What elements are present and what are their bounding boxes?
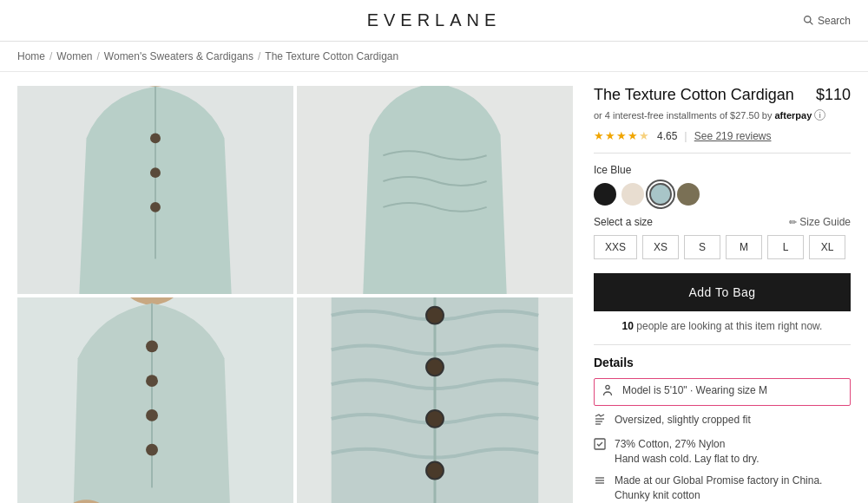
svg-point-23: [426, 410, 444, 428]
product-title: The Texture Cotton Cardigan: [594, 86, 794, 104]
breadcrumb-sep-2: /: [97, 50, 100, 62]
detail-model-info: Model is 5'10" · Wearing size M: [594, 378, 851, 406]
afterpay-brand: afterpay: [774, 110, 812, 121]
breadcrumb-category[interactable]: Women's Sweaters & Cardigans: [104, 50, 253, 62]
size-xxs[interactable]: XXS: [594, 235, 637, 259]
svg-point-14: [146, 375, 158, 387]
main-content: The Texture Cotton Cardigan $110 or 4 in…: [0, 72, 868, 503]
size-s[interactable]: S: [684, 235, 720, 259]
viewers-count: 10: [622, 320, 634, 332]
size-header: Select a size ✏ Size Guide: [594, 216, 851, 228]
product-image-grid: [17, 86, 573, 503]
breadcrumb-home[interactable]: Home: [17, 50, 45, 62]
detail-fit: Oversized, slightly cropped fit: [594, 413, 851, 430]
svg-point-6: [150, 167, 161, 178]
product-image-2: [297, 86, 573, 294]
svg-point-15: [146, 409, 158, 421]
details-title: Details: [594, 356, 851, 369]
fit-icon: [594, 414, 608, 430]
color-swatches: [594, 183, 851, 206]
factory-text: Made at our Global Promise factory in Ch…: [615, 474, 822, 503]
svg-point-0: [805, 16, 811, 23]
size-options: XXS XS S M L XL: [594, 235, 851, 259]
rating-separator: |: [684, 129, 687, 142]
breadcrumb-sep-1: /: [49, 50, 52, 62]
afterpay-info-icon[interactable]: i: [814, 109, 825, 121]
product-image-1: [17, 86, 293, 294]
size-xs[interactable]: XS: [642, 235, 679, 259]
viewers-notice: 10 people are looking at this item right…: [594, 320, 851, 332]
details-section: Details Model is 5'10" · Wearing size M: [594, 344, 851, 503]
size-guide-link[interactable]: ✏ Size Guide: [789, 216, 851, 228]
size-guide-label: Size Guide: [799, 216, 851, 228]
search-button[interactable]: Search: [803, 15, 851, 27]
breadcrumb-sep-3: /: [258, 50, 260, 62]
svg-line-1: [810, 22, 812, 24]
size-xl[interactable]: XL: [809, 235, 845, 259]
svg-point-22: [426, 358, 444, 376]
svg-rect-29: [595, 439, 605, 449]
detail-factory: Made at our Global Promise factory in Ch…: [594, 474, 851, 503]
afterpay-text: or 4 interest-free installments of $27.5…: [594, 110, 772, 121]
product-image-3: [17, 297, 293, 503]
reviews-link[interactable]: See 219 reviews: [694, 130, 772, 142]
svg-point-7: [150, 202, 161, 212]
svg-point-16: [146, 444, 158, 456]
color-swatch-olive[interactable]: [677, 183, 700, 206]
breadcrumb: Home / Women / Women's Sweaters & Cardig…: [0, 42, 868, 72]
model-info-text: Model is 5'10" · Wearing size M: [622, 383, 767, 398]
size-m[interactable]: M: [726, 235, 762, 259]
product-detail-panel: The Texture Cotton Cardigan $110 or 4 in…: [573, 72, 851, 503]
size-l[interactable]: L: [767, 235, 804, 259]
svg-point-24: [426, 462, 444, 480]
svg-point-21: [426, 307, 444, 324]
search-label: Search: [818, 15, 851, 27]
breadcrumb-current: The Texture Cotton Cardigan: [265, 50, 398, 62]
size-label: Select a size: [594, 216, 653, 228]
color-swatch-ice-blue[interactable]: [649, 183, 672, 206]
material-text: 73% Cotton, 27% NylonHand wash cold. Lay…: [615, 437, 760, 467]
afterpay-line: or 4 interest-free installments of $27.5…: [594, 109, 851, 121]
rating-line: ★★★★★ 4.65 | See 219 reviews: [594, 129, 851, 154]
product-header: The Texture Cotton Cardigan $110: [594, 86, 851, 104]
viewers-text: people are looking at this item right no…: [636, 320, 822, 332]
breadcrumb-women[interactable]: Women: [56, 50, 92, 62]
factory-icon: [594, 474, 608, 491]
detail-material: 73% Cotton, 27% NylonHand wash cold. Lay…: [594, 437, 851, 467]
product-price: $110: [816, 86, 851, 104]
svg-point-13: [146, 340, 158, 352]
ruler-icon: ✏: [789, 217, 797, 228]
star-rating: ★★★★★: [594, 129, 650, 142]
material-icon: [594, 438, 608, 454]
product-image-4: [297, 297, 573, 503]
site-logo: EVERLANE: [367, 10, 502, 30]
color-label: Ice Blue: [594, 164, 851, 176]
rating-score: 4.65: [657, 130, 677, 142]
person-icon: [602, 384, 615, 401]
fit-text: Oversized, slightly cropped fit: [615, 413, 751, 428]
color-swatch-cream[interactable]: [621, 183, 644, 206]
add-to-bag-button[interactable]: Add To Bag: [594, 273, 851, 311]
svg-point-5: [150, 133, 161, 143]
color-section: Ice Blue: [594, 164, 851, 206]
color-swatch-black[interactable]: [594, 183, 616, 206]
svg-point-25: [606, 385, 609, 389]
size-section: Select a size ✏ Size Guide XXS XS S M L …: [594, 216, 851, 259]
site-header: EVERLANE Search: [0, 0, 868, 42]
